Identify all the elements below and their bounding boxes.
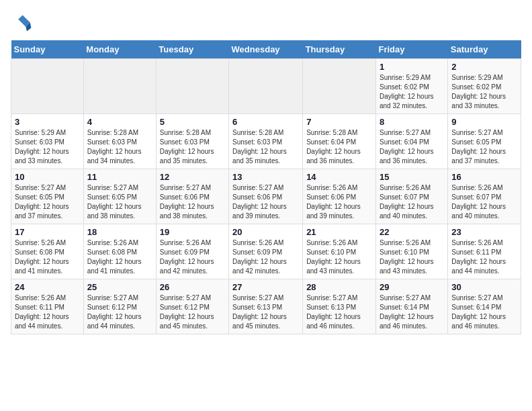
calendar-body: 1Sunrise: 5:29 AMSunset: 6:02 PMDaylight… [11,59,521,334]
day-number: 30 [451,282,517,292]
calendar-cell: 26Sunrise: 5:27 AMSunset: 6:12 PMDayligh… [156,279,228,334]
calendar-cell: 12Sunrise: 5:27 AMSunset: 6:06 PMDayligh… [156,169,228,224]
day-number: 5 [160,117,225,127]
calendar-cell: 7Sunrise: 5:28 AMSunset: 6:04 PMDaylight… [303,114,376,169]
day-number: 7 [306,117,372,127]
calendar-cell: 9Sunrise: 5:27 AMSunset: 6:05 PMDaylight… [448,114,521,169]
day-info: Sunrise: 5:26 AMSunset: 6:09 PMDaylight:… [160,238,225,276]
day-number: 3 [15,117,80,127]
day-info: Sunrise: 5:29 AMSunset: 6:02 PMDaylight:… [380,73,444,111]
calendar-week-row: 17Sunrise: 5:26 AMSunset: 6:08 PMDayligh… [11,224,521,279]
day-info: Sunrise: 5:27 AMSunset: 6:12 PMDaylight:… [87,293,152,331]
day-info: Sunrise: 5:26 AMSunset: 6:11 PMDaylight:… [451,238,517,276]
calendar-cell: 21Sunrise: 5:26 AMSunset: 6:10 PMDayligh… [303,224,376,279]
day-number: 10 [15,172,80,182]
day-number: 6 [232,117,299,127]
calendar-table: SundayMondayTuesdayWednesdayThursdayFrid… [11,40,521,334]
day-info: Sunrise: 5:29 AMSunset: 6:02 PMDaylight:… [451,73,517,111]
day-number: 20 [232,227,299,237]
weekday-header-saturday: Saturday [448,40,521,59]
day-info: Sunrise: 5:28 AMSunset: 6:03 PMDaylight:… [87,128,152,166]
weekday-header-wednesday: Wednesday [229,40,303,59]
day-info: Sunrise: 5:27 AMSunset: 6:05 PMDaylight:… [87,183,152,221]
day-number: 23 [451,227,517,237]
day-number: 2 [451,62,517,72]
day-info: Sunrise: 5:26 AMSunset: 6:11 PMDaylight:… [15,293,80,331]
calendar-cell: 8Sunrise: 5:27 AMSunset: 6:04 PMDaylight… [375,114,447,169]
calendar-cell: 20Sunrise: 5:26 AMSunset: 6:09 PMDayligh… [229,224,303,279]
calendar-cell: 16Sunrise: 5:26 AMSunset: 6:07 PMDayligh… [448,169,521,224]
day-info: Sunrise: 5:27 AMSunset: 6:05 PMDaylight:… [451,128,517,166]
calendar-cell: 27Sunrise: 5:27 AMSunset: 6:13 PMDayligh… [229,279,303,334]
day-number: 14 [306,172,372,182]
day-number: 22 [380,227,444,237]
logo-icon [11,11,32,32]
calendar-cell: 5Sunrise: 5:28 AMSunset: 6:03 PMDaylight… [156,114,228,169]
calendar-cell: 29Sunrise: 5:27 AMSunset: 6:14 PMDayligh… [375,279,447,334]
day-number: 1 [380,62,444,72]
day-number: 28 [306,282,372,292]
weekday-header-monday: Monday [83,40,156,59]
day-number: 9 [451,117,517,127]
weekday-header-thursday: Thursday [303,40,376,59]
calendar-cell: 22Sunrise: 5:26 AMSunset: 6:10 PMDayligh… [375,224,447,279]
day-info: Sunrise: 5:27 AMSunset: 6:06 PMDaylight:… [232,183,299,221]
day-number: 17 [15,227,80,237]
calendar-cell: 6Sunrise: 5:28 AMSunset: 6:03 PMDaylight… [229,114,303,169]
calendar-cell: 25Sunrise: 5:27 AMSunset: 6:12 PMDayligh… [83,279,156,334]
calendar-week-row: 3Sunrise: 5:29 AMSunset: 6:03 PMDaylight… [11,114,521,169]
day-number: 24 [15,282,80,292]
logo [11,11,35,32]
calendar-cell: 15Sunrise: 5:26 AMSunset: 6:07 PMDayligh… [375,169,447,224]
day-info: Sunrise: 5:26 AMSunset: 6:07 PMDaylight:… [380,183,444,221]
day-info: Sunrise: 5:28 AMSunset: 6:04 PMDaylight:… [306,128,372,166]
calendar-week-row: 10Sunrise: 5:27 AMSunset: 6:05 PMDayligh… [11,169,521,224]
day-info: Sunrise: 5:27 AMSunset: 6:13 PMDaylight:… [306,293,372,331]
calendar-cell: 28Sunrise: 5:27 AMSunset: 6:13 PMDayligh… [303,279,376,334]
day-info: Sunrise: 5:26 AMSunset: 6:08 PMDaylight:… [87,238,152,276]
day-number: 11 [87,172,152,182]
day-info: Sunrise: 5:27 AMSunset: 6:14 PMDaylight:… [380,293,444,331]
calendar-cell [83,59,156,114]
day-info: Sunrise: 5:27 AMSunset: 6:14 PMDaylight:… [451,293,517,331]
calendar-cell: 14Sunrise: 5:26 AMSunset: 6:06 PMDayligh… [303,169,376,224]
calendar-cell: 11Sunrise: 5:27 AMSunset: 6:05 PMDayligh… [83,169,156,224]
day-number: 19 [160,227,225,237]
day-number: 8 [380,117,444,127]
day-info: Sunrise: 5:26 AMSunset: 6:10 PMDaylight:… [380,238,444,276]
day-info: Sunrise: 5:29 AMSunset: 6:03 PMDaylight:… [15,128,80,166]
calendar-week-row: 1Sunrise: 5:29 AMSunset: 6:02 PMDaylight… [11,59,521,114]
day-info: Sunrise: 5:26 AMSunset: 6:09 PMDaylight:… [232,238,299,276]
day-number: 12 [160,172,225,182]
calendar-cell: 2Sunrise: 5:29 AMSunset: 6:02 PMDaylight… [448,59,521,114]
calendar-cell [229,59,303,114]
calendar-cell: 17Sunrise: 5:26 AMSunset: 6:08 PMDayligh… [11,224,84,279]
calendar-cell: 23Sunrise: 5:26 AMSunset: 6:11 PMDayligh… [448,224,521,279]
day-info: Sunrise: 5:26 AMSunset: 6:06 PMDaylight:… [306,183,372,221]
calendar-header: SundayMondayTuesdayWednesdayThursdayFrid… [11,40,521,59]
weekday-header-sunday: Sunday [11,40,84,59]
day-info: Sunrise: 5:27 AMSunset: 6:06 PMDaylight:… [160,183,225,221]
calendar-cell: 1Sunrise: 5:29 AMSunset: 6:02 PMDaylight… [375,59,447,114]
day-info: Sunrise: 5:27 AMSunset: 6:04 PMDaylight:… [380,128,444,166]
page-header [11,11,521,32]
calendar-cell [156,59,228,114]
day-info: Sunrise: 5:26 AMSunset: 6:07 PMDaylight:… [451,183,517,221]
calendar-cell [303,59,376,114]
calendar-cell: 13Sunrise: 5:27 AMSunset: 6:06 PMDayligh… [229,169,303,224]
day-info: Sunrise: 5:26 AMSunset: 6:08 PMDaylight:… [15,238,80,276]
day-info: Sunrise: 5:27 AMSunset: 6:13 PMDaylight:… [232,293,299,331]
day-info: Sunrise: 5:26 AMSunset: 6:10 PMDaylight:… [306,238,372,276]
calendar-cell: 19Sunrise: 5:26 AMSunset: 6:09 PMDayligh… [156,224,228,279]
day-number: 27 [232,282,299,292]
day-info: Sunrise: 5:28 AMSunset: 6:03 PMDaylight:… [232,128,299,166]
calendar-cell: 3Sunrise: 5:29 AMSunset: 6:03 PMDaylight… [11,114,84,169]
calendar-cell: 30Sunrise: 5:27 AMSunset: 6:14 PMDayligh… [448,279,521,334]
weekday-header-tuesday: Tuesday [156,40,228,59]
calendar-cell [11,59,84,114]
day-info: Sunrise: 5:28 AMSunset: 6:03 PMDaylight:… [160,128,225,166]
day-number: 13 [232,172,299,182]
weekday-header-friday: Friday [375,40,447,59]
day-info: Sunrise: 5:27 AMSunset: 6:12 PMDaylight:… [160,293,225,331]
day-number: 18 [87,227,152,237]
